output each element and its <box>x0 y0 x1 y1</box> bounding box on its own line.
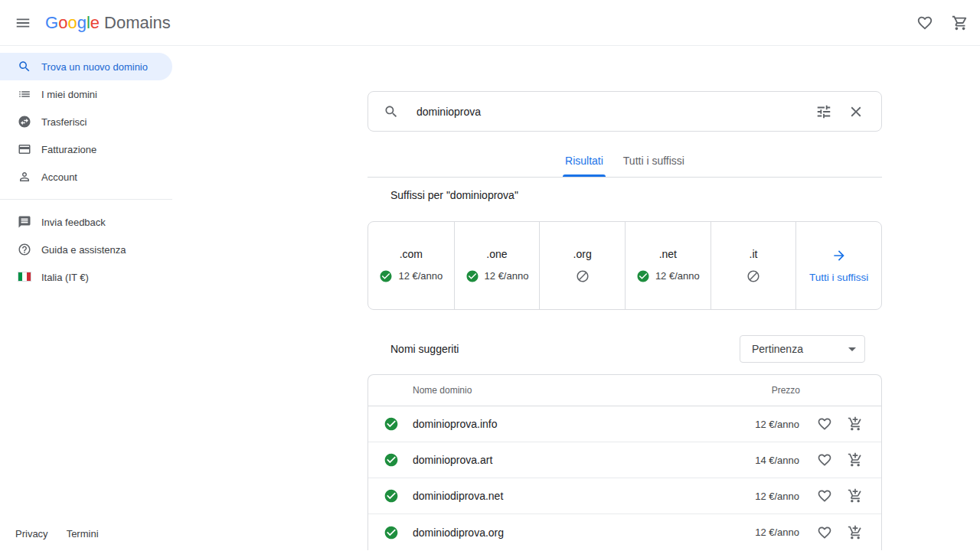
suffix-tld: .net <box>659 248 677 260</box>
transfer-icon <box>18 115 31 129</box>
favorite-button[interactable] <box>815 415 834 433</box>
heart-icon <box>817 416 832 432</box>
hamburger-menu-button[interactable] <box>8 8 38 38</box>
help-icon <box>18 243 31 256</box>
privacy-link[interactable]: Privacy <box>15 528 48 540</box>
list-icon <box>18 87 31 101</box>
chevron-down-icon <box>843 340 861 358</box>
sidebar-item-label: Italia (IT €) <box>41 272 89 283</box>
domain-search-box <box>368 91 882 132</box>
sidebar-item-label: Guida e assistenza <box>41 244 126 256</box>
table-row[interactable]: dominioprova.info 12 €/anno <box>368 406 881 442</box>
check-circle-icon <box>636 269 650 283</box>
favorites-button[interactable] <box>910 8 940 38</box>
add-to-cart-button[interactable] <box>846 487 864 505</box>
domain-name: dominiodiprova.org <box>413 527 755 539</box>
cart-button[interactable] <box>945 8 975 38</box>
domain-price: 12 €/anno <box>755 419 799 430</box>
add-to-cart-button[interactable] <box>846 451 864 469</box>
domain-name: dominioprova.art <box>413 454 755 466</box>
sidebar-item-help[interactable]: Guida e assistenza <box>0 236 172 263</box>
logo-word-google: Google <box>45 13 100 33</box>
suffix-tld: .com <box>400 248 423 260</box>
column-header-domain: Nome dominio <box>413 385 772 396</box>
sidebar-divider <box>0 199 172 200</box>
sort-dropdown-value: Pertinenza <box>752 343 803 355</box>
sidebar-item-account[interactable]: Account <box>0 163 172 191</box>
domain-name: dominiodiprova.net <box>413 490 755 502</box>
domain-name: dominioprova.info <box>413 418 755 430</box>
tab-label: Tutti i suffissi <box>623 155 684 167</box>
domain-price: 12 €/anno <box>755 527 799 538</box>
sidebar-item-my-domains[interactable]: I miei domini <box>0 80 172 108</box>
sidebar-item-find-new-domain[interactable]: Trova un nuovo dominio <box>0 53 172 80</box>
suffix-price: 12 €/anno <box>485 270 529 282</box>
add-to-cart-button[interactable] <box>846 523 864 542</box>
favorite-button[interactable] <box>815 451 834 469</box>
person-icon <box>18 170 31 184</box>
suffix-card-it[interactable]: .it <box>710 222 796 309</box>
heart-icon <box>817 452 832 468</box>
suggestions-title: Nomi suggeriti <box>390 343 459 355</box>
add-cart-icon <box>848 416 863 432</box>
sidebar-item-label: Trova un nuovo dominio <box>41 61 148 73</box>
sidebar-item-transfer[interactable]: Trasferisci <box>0 108 172 135</box>
heart-icon <box>817 525 832 540</box>
add-cart-icon <box>848 452 863 468</box>
filter-button[interactable] <box>814 102 834 122</box>
sidebar-item-send-feedback[interactable]: Invia feedback <box>0 208 172 236</box>
suggestions-table: Nome dominio Prezzo dominioprova.info 12… <box>368 374 882 550</box>
suffix-card-net[interactable]: .net 12 €/anno <box>625 222 710 309</box>
tab-all-suffixes[interactable]: Tutti i suffissi <box>613 144 694 177</box>
check-circle-icon <box>384 452 399 468</box>
favorite-button[interactable] <box>815 487 834 505</box>
results-tabs: Risultati Tutti i suffissi <box>368 144 882 178</box>
heart-icon <box>817 488 832 504</box>
favorite-button[interactable] <box>815 523 834 542</box>
add-cart-icon <box>848 488 863 504</box>
blocked-circle-icon <box>576 269 590 283</box>
clear-search-button[interactable] <box>846 102 866 122</box>
search-icon <box>384 104 399 119</box>
table-header-row: Nome dominio Prezzo <box>368 375 881 406</box>
sort-dropdown[interactable]: Pertinenza <box>740 335 865 363</box>
hamburger-menu-icon <box>15 15 31 31</box>
suffix-card-grid: .com 12 €/anno .one 12 €/anno .org .net … <box>368 221 882 310</box>
sidebar-footer: Privacy Termini <box>15 528 99 540</box>
terms-link[interactable]: Termini <box>67 528 99 540</box>
domain-price: 14 €/anno <box>755 455 799 466</box>
domain-search-input[interactable] <box>416 106 814 118</box>
tab-label: Risultati <box>565 155 603 167</box>
suffix-tld: .org <box>573 248 592 260</box>
sidebar-item-locale[interactable]: Italia (IT €) <box>0 263 172 291</box>
sidebar-item-label: I miei domini <box>41 89 97 100</box>
table-row[interactable]: dominiodiprova.net 12 €/anno <box>368 478 881 514</box>
sidebar-item-billing[interactable]: Fatturazione <box>0 135 172 163</box>
suffix-section-title: Suffissi per "dominioprova" <box>390 187 882 203</box>
google-domains-logo[interactable]: Google Domains <box>45 13 171 33</box>
table-row[interactable]: dominioprova.art 14 €/anno <box>368 442 881 478</box>
all-suffixes-card[interactable]: Tutti i suffissi <box>795 222 881 309</box>
suffix-card-one[interactable]: .one 12 €/anno <box>454 222 540 309</box>
suffix-card-org[interactable]: .org <box>539 222 625 309</box>
tab-results[interactable]: Risultati <box>555 144 613 177</box>
suffix-card-com[interactable]: .com 12 €/anno <box>368 222 454 309</box>
suffix-tld: .it <box>750 248 758 260</box>
main-content: Risultati Tutti i suffissi Suffissi per … <box>368 46 882 550</box>
all-suffixes-label: Tutti i suffissi <box>809 272 868 283</box>
sidebar-item-label: Invia feedback <box>41 217 106 228</box>
domain-price: 12 €/anno <box>755 491 799 502</box>
check-circle-icon <box>384 488 399 504</box>
blocked-circle-icon <box>746 269 760 283</box>
sidebar: Trova un nuovo dominio I miei domini Tra… <box>0 46 172 551</box>
italy-flag-icon <box>18 270 31 284</box>
add-to-cart-button[interactable] <box>846 415 864 433</box>
check-circle-icon <box>379 269 393 283</box>
suffix-price: 12 €/anno <box>398 270 443 282</box>
arrow-right-icon <box>831 248 847 263</box>
logo-word-domains: Domains <box>104 13 171 33</box>
sidebar-item-label: Trasferisci <box>41 116 87 128</box>
suffix-tld: .one <box>486 248 507 260</box>
check-circle-icon <box>384 525 399 540</box>
table-row[interactable]: dominiodiprova.org 12 €/anno <box>368 514 881 550</box>
